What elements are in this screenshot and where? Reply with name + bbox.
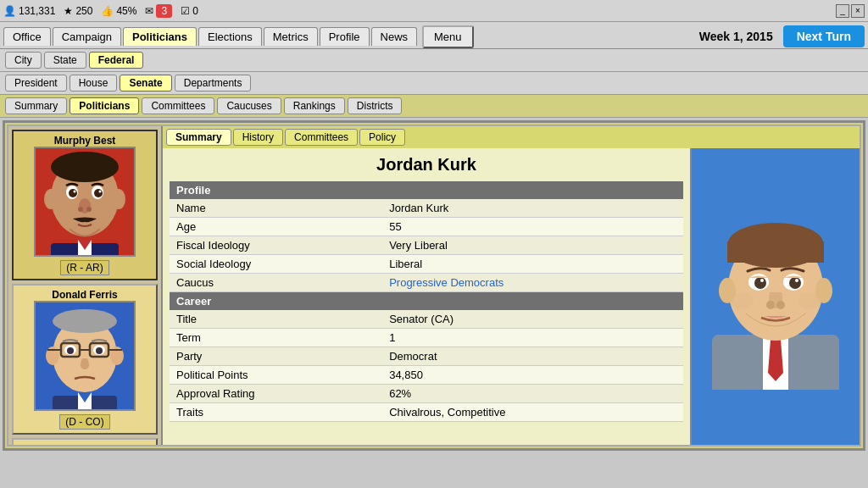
- portrait-svg: [695, 203, 856, 390]
- detail-politician-name: Jordan Kurk: [170, 155, 683, 175]
- thumbs-icon: 👍: [101, 5, 114, 17]
- check-count: 0: [192, 5, 198, 17]
- svg-point-13: [86, 207, 92, 212]
- caucus-label: Caucus: [170, 274, 382, 292]
- name-row: Name Jordan Kurk: [170, 199, 683, 218]
- tab-politicians[interactable]: Politicians: [70, 97, 139, 114]
- sub-nav-level1: City State Federal: [0, 49, 868, 72]
- social-label: Social Ideology: [170, 255, 382, 274]
- tab-news[interactable]: News: [371, 27, 418, 46]
- murphy-face-svg: [36, 148, 134, 255]
- approval-value: 45%: [116, 5, 136, 17]
- svg-point-2: [51, 152, 119, 182]
- politician-card-murphy[interactable]: Murphy Best: [12, 130, 158, 280]
- tab-committees[interactable]: Committees: [142, 97, 214, 114]
- svg-point-51: [766, 301, 775, 309]
- svg-point-7: [69, 189, 77, 197]
- population-value: 131,331: [19, 5, 55, 17]
- politician-face-murphy: [34, 147, 136, 257]
- svg-point-29: [96, 347, 103, 354]
- week-display: Week 1, 2015: [699, 30, 773, 43]
- name-label: Name: [170, 199, 382, 218]
- politician-party-donald: (D - CO): [59, 414, 109, 430]
- politician-portrait: [690, 148, 860, 445]
- traits-label: Traits: [170, 403, 382, 422]
- stars-stat: ★ 250: [64, 5, 92, 17]
- detail-tab-bar: Summary History Committees Policy: [163, 126, 860, 148]
- traits-value: Chivalrous, Competitive: [382, 403, 683, 422]
- career-header: Career: [170, 292, 683, 311]
- fiscal-value: Very Liberal: [382, 236, 683, 255]
- tab-districts[interactable]: Districts: [348, 97, 403, 114]
- points-value: 34,850: [382, 366, 683, 385]
- top-bar: 👤 131,331 ★ 250 👍 45% ✉ 3 ☑ 0 _ ×: [0, 0, 868, 22]
- tab-president[interactable]: President: [5, 75, 67, 92]
- approval-row: Approval Rating 62%: [170, 385, 683, 403]
- tab-campaign[interactable]: Campaign: [53, 27, 121, 46]
- svg-point-12: [78, 207, 83, 212]
- age-row: Age 55: [170, 218, 683, 236]
- svg-point-8: [94, 189, 103, 197]
- svg-point-54: [798, 292, 821, 309]
- tab-rankings[interactable]: Rankings: [284, 97, 345, 114]
- stars-value: 250: [75, 5, 92, 17]
- tab-house[interactable]: House: [70, 75, 118, 92]
- tab-elections[interactable]: Elections: [198, 27, 262, 46]
- tab-caucuses[interactable]: Caucuses: [217, 97, 281, 114]
- detail-panel: Summary History Committees Policy Jordan…: [163, 126, 860, 445]
- tab-senate[interactable]: Senate: [120, 75, 171, 92]
- title-value: Senator (CA): [382, 310, 683, 329]
- tab-office[interactable]: Office: [3, 27, 51, 46]
- mail-stat: ✉ 3: [145, 4, 172, 18]
- minimize-button[interactable]: _: [836, 4, 849, 18]
- svg-point-50: [795, 279, 798, 282]
- tab-state[interactable]: State: [44, 52, 86, 69]
- politician-face-donald: [34, 301, 136, 411]
- next-turn-button[interactable]: Next Turn: [783, 25, 865, 47]
- detail-tab-summary[interactable]: Summary: [166, 129, 231, 146]
- politician-list: Murphy Best: [8, 126, 163, 445]
- mail-count: 3: [156, 4, 172, 18]
- menu-button[interactable]: Menu: [422, 25, 474, 48]
- traits-row: Traits Chivalrous, Competitive: [170, 403, 683, 422]
- age-label: Age: [170, 218, 382, 236]
- svg-point-49: [760, 279, 764, 282]
- tab-politicians[interactable]: Politicians: [123, 27, 197, 46]
- detail-tab-history[interactable]: History: [233, 129, 283, 146]
- check-icon: ☑: [181, 5, 190, 17]
- tab-metrics[interactable]: Metrics: [264, 27, 318, 46]
- svg-point-44: [733, 237, 818, 268]
- check-stat: ☑ 0: [181, 5, 198, 17]
- age-value: 55: [382, 218, 683, 236]
- population-stat: 👤 131,331: [3, 5, 55, 17]
- detail-tab-policy[interactable]: Policy: [359, 129, 405, 146]
- svg-point-10: [99, 191, 102, 193]
- points-row: Political Points 34,850: [170, 366, 683, 385]
- fiscal-row: Fiscal Ideology Very Liberal: [170, 236, 683, 255]
- tab-federal[interactable]: Federal: [89, 52, 144, 69]
- caucus-value[interactable]: Progressive Democrats: [382, 274, 683, 292]
- term-row: Term 1: [170, 329, 683, 347]
- name-value: Jordan Kurk: [382, 199, 683, 218]
- points-label: Political Points: [170, 366, 382, 385]
- svg-point-18: [53, 309, 117, 333]
- title-label: Title: [170, 310, 382, 329]
- svg-point-52: [776, 301, 785, 309]
- svg-point-4: [112, 189, 125, 209]
- caucus-link[interactable]: Progressive Democrats: [389, 276, 504, 289]
- close-button[interactable]: ×: [851, 4, 865, 18]
- politician-card-doris[interactable]: Doris Gilliam: [12, 438, 158, 445]
- fiscal-label: Fiscal Ideology: [170, 236, 382, 255]
- politician-name-murphy: Murphy Best: [17, 135, 153, 147]
- tab-departments[interactable]: Departments: [175, 75, 252, 92]
- tab-summary[interactable]: Summary: [5, 97, 67, 114]
- politician-card-donald[interactable]: Donald Ferris: [12, 284, 158, 435]
- tab-profile[interactable]: Profile: [320, 27, 370, 46]
- tab-city[interactable]: City: [5, 52, 42, 69]
- sub-nav-level2: President House Senate Departments: [0, 72, 868, 95]
- svg-point-47: [754, 277, 766, 289]
- svg-point-9: [74, 191, 76, 193]
- detail-tab-committees[interactable]: Committees: [285, 129, 358, 146]
- donald-face-svg: [36, 302, 134, 409]
- party-row: Party Democrat: [170, 347, 683, 366]
